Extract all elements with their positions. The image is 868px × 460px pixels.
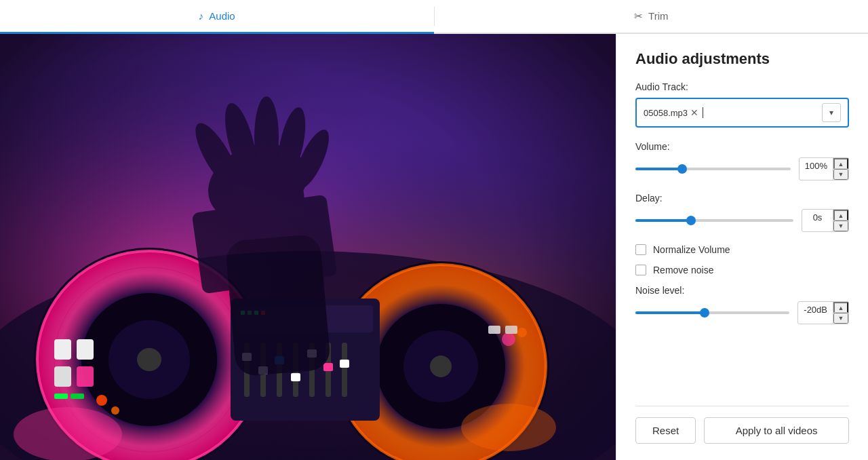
volume-up-button[interactable]: ▲: [833, 158, 848, 169]
volume-value: 100%: [800, 158, 833, 180]
noise-level-thumb[interactable]: [700, 308, 709, 318]
text-cursor: [703, 107, 703, 118]
delay-value: 0s: [802, 210, 833, 231]
remove-noise-checkbox[interactable]: [635, 265, 646, 275]
normalize-volume-checkbox[interactable]: [635, 244, 646, 255]
trim-icon: ✂: [634, 10, 643, 22]
noise-level-down-button[interactable]: ▼: [833, 313, 848, 324]
delay-spinners: ▲ ▼: [833, 210, 848, 231]
normalize-volume-row: Normalize Volume: [635, 244, 849, 255]
svg-point-55: [14, 407, 122, 460]
delay-value-box: 0s ▲ ▼: [802, 209, 849, 232]
dropdown-arrow-button[interactable]: ▾: [822, 103, 841, 122]
panel-title: Audio adjustments: [635, 50, 849, 68]
apply-all-button[interactable]: Apply to all videos: [704, 417, 849, 444]
tab-audio-label: Audio: [209, 10, 235, 22]
delay-slider-row: 0s ▲ ▼: [635, 209, 849, 232]
right-panel: Audio adjustments Audio Track: 05058.mp3…: [616, 34, 868, 460]
noise-level-value-box: -20dB ▲ ▼: [797, 301, 849, 324]
svg-point-9: [137, 348, 161, 371]
noise-level-slider[interactable]: [635, 311, 789, 314]
svg-rect-52: [71, 394, 84, 399]
delay-up-button[interactable]: ▲: [833, 210, 848, 221]
svg-rect-60: [505, 326, 517, 334]
svg-rect-30: [291, 373, 300, 381]
svg-point-57: [502, 332, 515, 346]
svg-rect-33: [340, 360, 349, 368]
noise-level-spinners: ▲ ▼: [833, 302, 848, 324]
svg-rect-46: [225, 233, 332, 377]
volume-slider-row: 100% ▲ ▼: [635, 157, 849, 180]
svg-rect-47: [54, 339, 71, 360]
delay-down-button[interactable]: ▼: [833, 221, 848, 231]
delay-thumb[interactable]: [686, 216, 696, 225]
tag-close-button[interactable]: ✕: [690, 108, 698, 117]
tab-trim[interactable]: ✂ Trim: [435, 0, 869, 34]
svg-rect-51: [54, 394, 68, 399]
svg-rect-50: [77, 366, 94, 387]
svg-rect-48: [77, 339, 94, 360]
svg-rect-32: [323, 363, 333, 371]
tab-audio[interactable]: ♪ Audio: [0, 0, 434, 34]
dj-scene: [0, 34, 616, 460]
audio-track-tag: 05058.mp3 ✕: [644, 108, 698, 118]
svg-point-53: [96, 395, 107, 406]
noise-level-slider-row: -20dB ▲ ▼: [635, 301, 849, 324]
volume-slider[interactable]: [635, 168, 791, 170]
audio-track-input[interactable]: 05058.mp3 ✕ ▾: [635, 98, 849, 128]
svg-rect-49: [54, 366, 71, 387]
svg-point-56: [461, 404, 556, 451]
audio-track-filename: 05058.mp3: [644, 108, 688, 118]
noise-level-value: -20dB: [798, 302, 833, 324]
volume-value-box: 100% ▲ ▼: [799, 157, 849, 180]
audio-icon: ♪: [199, 10, 204, 22]
svg-point-54: [111, 406, 119, 415]
svg-point-16: [430, 356, 452, 377]
delay-label: Delay:: [635, 193, 849, 204]
delay-slider[interactable]: [635, 219, 793, 222]
volume-down-button[interactable]: ▼: [833, 169, 848, 180]
svg-rect-26: [342, 343, 347, 397]
svg-rect-59: [488, 326, 500, 334]
volume-label: Volume:: [635, 141, 849, 152]
tab-trim-label: Trim: [648, 10, 668, 22]
noise-level-label: Noise level:: [635, 285, 849, 296]
volume-spinners: ▲ ▼: [833, 158, 848, 180]
audio-track-label: Audio Track:: [635, 81, 849, 92]
reset-button[interactable]: Reset: [635, 417, 696, 444]
noise-level-fill: [635, 311, 705, 314]
remove-noise-label: Remove noise: [653, 265, 714, 275]
volume-fill: [635, 168, 682, 170]
tab-bar: ♪ Audio ✂ Trim: [0, 0, 868, 34]
delay-fill: [635, 219, 691, 222]
noise-level-up-button[interactable]: ▲: [833, 302, 848, 313]
volume-thumb[interactable]: [677, 164, 687, 174]
normalize-volume-label: Normalize Volume: [653, 244, 730, 255]
main-content: Audio adjustments Audio Track: 05058.mp3…: [0, 34, 868, 460]
bottom-buttons: Reset Apply to all videos: [635, 406, 849, 444]
svg-point-41: [254, 96, 279, 178]
svg-point-58: [517, 328, 527, 337]
remove-noise-row: Remove noise: [635, 265, 849, 275]
video-preview: [0, 34, 616, 460]
